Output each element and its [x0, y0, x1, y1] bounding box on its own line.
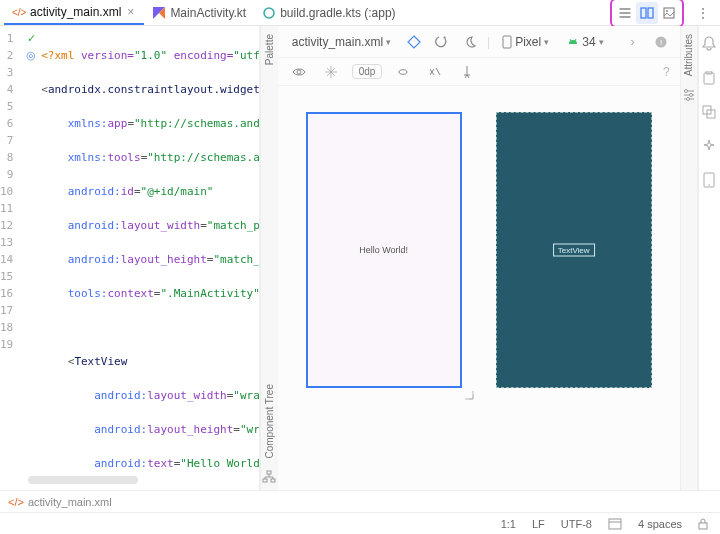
tab-label: activity_main.xml	[30, 5, 121, 19]
caret-position[interactable]: 1:1	[501, 518, 516, 530]
chevron-down-icon: ▾	[544, 37, 549, 47]
left-tool-rail: Palette Component Tree	[260, 26, 278, 490]
svg-point-17	[684, 90, 687, 93]
clear-constraints-icon[interactable]	[424, 61, 446, 83]
svg-point-3	[264, 8, 274, 18]
chevron-right-icon[interactable]: ›	[622, 31, 644, 53]
status-bar: 1:1 LF UTF-8 4 spaces	[0, 512, 720, 534]
breadcrumb-bar: </> activity_main.xml	[0, 490, 720, 512]
view-mode-selector	[610, 0, 684, 28]
resize-handle-icon[interactable]	[460, 386, 474, 400]
night-mode-icon[interactable]	[459, 31, 481, 53]
device-manager-icon[interactable]	[699, 170, 719, 190]
svg-rect-4	[641, 8, 646, 18]
svg-rect-8	[267, 471, 271, 474]
android-icon	[567, 36, 579, 48]
eye-icon[interactable]	[288, 61, 310, 83]
svg-point-7	[666, 10, 668, 12]
design-toolbar: activity_main.xml ▾ | Pixel ▾	[278, 26, 680, 58]
split-view-button[interactable]	[636, 2, 658, 24]
svg-point-19	[686, 98, 689, 101]
lock-icon[interactable]	[698, 518, 708, 530]
design-canvas[interactable]: Hello World! TextView	[278, 86, 680, 490]
pan-icon[interactable]	[320, 61, 342, 83]
svg-rect-26	[609, 519, 621, 529]
line-separator[interactable]: LF	[532, 518, 545, 530]
code-content[interactable]: <?xml version="1.0" encoding="utf <andro…	[41, 26, 259, 490]
svg-line-12	[570, 39, 571, 41]
guidelines-icon[interactable]	[456, 61, 478, 83]
dropdown-label: Pixel	[515, 35, 541, 49]
blueprint-textview-label[interactable]: TextView	[553, 244, 595, 257]
horizontal-scrollbar[interactable]	[28, 476, 138, 484]
svg-point-16	[297, 70, 301, 74]
target-icon[interactable]: ◎	[26, 47, 36, 64]
code-editor-pane: 12345678910111213141516171819 ✓ ◎ <?xml …	[0, 26, 260, 490]
sparkle-icon[interactable]	[699, 136, 719, 156]
help-icon[interactable]: ?	[663, 65, 670, 79]
svg-rect-9	[263, 479, 267, 482]
chevron-down-icon: ▾	[386, 37, 391, 47]
component-tree-panel-tab[interactable]: Component Tree	[264, 376, 275, 467]
svg-rect-5	[648, 8, 653, 18]
layout-file-dropdown[interactable]: activity_main.xml ▾	[286, 33, 397, 51]
orientation-icon[interactable]	[431, 31, 453, 53]
dropdown-label: 34	[582, 35, 595, 49]
svg-rect-20	[704, 73, 714, 84]
clipboard-icon[interactable]	[699, 68, 719, 88]
attributes-rail: Attributes	[680, 26, 698, 490]
design-view-button[interactable]	[658, 2, 680, 24]
svg-line-13	[575, 39, 576, 41]
more-options-icon[interactable]: ⋮	[690, 5, 716, 21]
right-tool-strip	[698, 26, 721, 490]
notifications-icon[interactable]	[699, 34, 719, 54]
tree-icon[interactable]	[262, 470, 276, 490]
device-dropdown[interactable]: Pixel ▾	[496, 33, 555, 51]
svg-point-25	[708, 184, 710, 186]
line-number-gutter: 12345678910111213141516171819	[0, 26, 21, 490]
sliders-icon[interactable]	[682, 88, 696, 102]
main-area: 12345678910111213141516171819 ✓ ◎ <?xml …	[0, 26, 720, 490]
svg-text:!: !	[659, 38, 661, 47]
attributes-panel-tab[interactable]: Attributes	[683, 26, 694, 84]
svg-rect-27	[699, 523, 707, 529]
palette-panel-tab[interactable]: Palette	[264, 26, 275, 73]
xml-icon: </>	[8, 496, 24, 508]
svg-point-18	[689, 94, 692, 97]
editor-tab-bar: </> activity_main.xml × MainActivity.kt …	[0, 0, 720, 26]
readonly-toggle-icon[interactable]	[608, 518, 622, 530]
gutter-icons: ✓ ◎	[21, 26, 41, 490]
copy-icon[interactable]	[699, 102, 719, 122]
svg-text:</>: </>	[12, 7, 26, 18]
warnings-icon[interactable]: !	[650, 31, 672, 53]
api-level-dropdown[interactable]: 34 ▾	[561, 33, 609, 51]
gradle-icon	[262, 6, 276, 20]
tab-build-gradle[interactable]: build.gradle.kts (:app)	[254, 0, 403, 25]
tab-label: MainActivity.kt	[170, 6, 246, 20]
svg-rect-11	[503, 36, 511, 48]
autoconnect-icon[interactable]	[392, 61, 414, 83]
code-view-button[interactable]	[614, 2, 636, 24]
dropdown-label: activity_main.xml	[292, 35, 383, 49]
close-icon[interactable]: ×	[125, 5, 136, 19]
design-preview-pane: activity_main.xml ▾ | Pixel ▾	[278, 26, 680, 490]
ok-check-icon: ✓	[27, 30, 36, 47]
breadcrumb-file[interactable]: activity_main.xml	[28, 496, 112, 508]
preview-text-hello[interactable]: Hello World!	[359, 245, 408, 255]
tab-label: build.gradle.kts (:app)	[280, 6, 395, 20]
tab-main-activity[interactable]: MainActivity.kt	[144, 0, 254, 25]
design-surface-options-icon[interactable]	[403, 31, 425, 53]
kotlin-icon	[152, 6, 166, 20]
blueprint-preview-device[interactable]: TextView	[496, 112, 652, 388]
chevron-down-icon: ▾	[599, 37, 604, 47]
design-sub-toolbar: 0dp ?	[278, 58, 680, 86]
file-encoding[interactable]: UTF-8	[561, 518, 592, 530]
xml-icon: </>	[12, 5, 26, 19]
svg-rect-10	[271, 479, 275, 482]
indent-setting[interactable]: 4 spaces	[638, 518, 682, 530]
default-margin-selector[interactable]: 0dp	[352, 64, 383, 79]
design-preview-device[interactable]: Hello World!	[306, 112, 462, 388]
tab-activity-main[interactable]: </> activity_main.xml ×	[4, 0, 144, 25]
device-icon	[502, 35, 512, 49]
